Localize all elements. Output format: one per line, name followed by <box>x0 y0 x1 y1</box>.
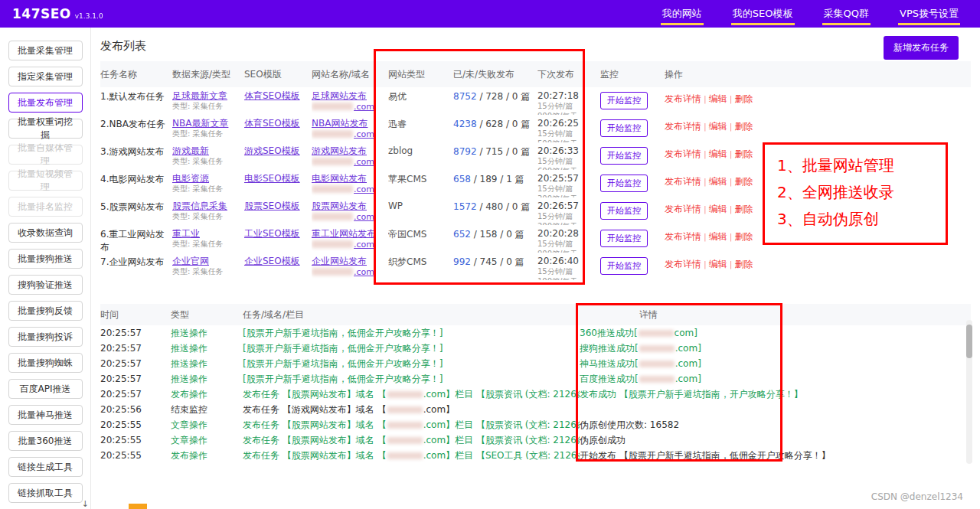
sidebar-item[interactable]: 批量搜狗蜘蛛 <box>8 353 83 373</box>
publish-detail-link[interactable]: 发布详情 <box>665 93 701 104</box>
start-monitor-button[interactable]: 开始监控 <box>600 257 648 275</box>
site-domain: .com <box>312 266 385 278</box>
delete-link[interactable]: 删除 <box>734 148 753 159</box>
domain-suffix: .com <box>354 212 374 222</box>
publish-detail-link[interactable]: 发布详情 <box>665 259 701 269</box>
top-nav-item[interactable]: 采集QQ群 <box>822 0 871 28</box>
pending-failed-counts: / 745 / 0 篇 <box>474 256 524 267</box>
sidebar-item[interactable]: 链接抓取工具 <box>8 483 83 503</box>
data-source-link[interactable]: 企业官网 <box>172 256 241 266</box>
seo-template-link[interactable]: 企业SEO模板 <box>244 256 309 266</box>
domain-suffix: .com <box>354 184 374 194</box>
domain-suffix: .com <box>354 240 374 250</box>
edit-link[interactable]: 编辑 <box>709 121 727 132</box>
next-publish-time: 20:26:33 <box>537 145 597 156</box>
start-monitor-button[interactable]: 开始监控 <box>600 92 648 109</box>
publish-table-row: 1.默认发布任务 足球最新文章 类型: 采集任务 体育SEO模板 足球网站发布 … <box>100 87 971 115</box>
edit-link[interactable]: 编辑 <box>709 176 727 187</box>
delete-link[interactable]: 删除 <box>734 259 753 269</box>
site-name-link[interactable]: 电影网站发布 <box>312 173 385 184</box>
edit-link[interactable]: 编辑 <box>709 204 727 214</box>
sidebar-item[interactable]: 批量排名监控 <box>8 197 83 217</box>
top-nav-item[interactable]: 我的SEO模板 <box>731 0 795 28</box>
delete-link[interactable]: 删除 <box>734 204 753 214</box>
start-monitor-button[interactable]: 开始监控 <box>600 119 648 137</box>
sidebar-item[interactable]: 批量360推送 <box>8 431 83 451</box>
sidebar-item[interactable]: 批量搜狗投诉 <box>8 327 83 347</box>
data-source-link[interactable]: NBA最新文章 <box>172 118 241 129</box>
top-nav-item[interactable]: VPS拨号设置 <box>898 0 960 28</box>
sidebar-item[interactable]: 批量采集管理 <box>8 41 83 60</box>
site-name-link[interactable]: 企业网站发布 <box>312 256 385 266</box>
sidebar-item[interactable]: 批量权重词挖掘 <box>8 119 83 139</box>
monitor-cell: 开始监控 <box>600 225 665 253</box>
data-source-link[interactable]: 重工业 <box>172 228 241 239</box>
edit-link[interactable]: 编辑 <box>709 148 727 159</box>
sidebar-item[interactable]: 批量搜狗反馈 <box>8 301 83 321</box>
seo-template-link[interactable]: 体育SEO模板 <box>244 118 309 129</box>
seo-template-link[interactable]: 体育SEO模板 <box>244 90 309 101</box>
edit-link[interactable]: 编辑 <box>709 231 727 242</box>
start-monitor-button[interactable]: 开始监控 <box>600 175 648 192</box>
log-time: 20:25:55 <box>100 435 171 445</box>
publish-detail-link[interactable]: 发布详情 <box>665 148 701 159</box>
data-source-link[interactable]: 股票信息采集 <box>172 201 241 211</box>
sidebar-item[interactable]: 批量搜狗推送 <box>8 249 83 269</box>
start-monitor-button[interactable]: 开始监控 <box>600 230 648 247</box>
seo-template-link[interactable]: 股票SEO模板 <box>244 201 309 211</box>
delete-link[interactable]: 删除 <box>734 176 753 187</box>
sidebar-item[interactable]: 批量自媒体管理 <box>8 145 83 165</box>
sidebar-item[interactable]: 百度API推送 <box>8 379 83 399</box>
log-detail-text: .com] <box>675 374 701 384</box>
sidebar-item[interactable]: 批量发布管理 <box>8 93 83 113</box>
blurred-domain <box>387 406 423 413</box>
bottom-orange-chip <box>129 504 147 509</box>
edit-link[interactable]: 编辑 <box>709 259 727 269</box>
log-time: 20:25:57 <box>100 328 171 338</box>
column-header-detail: 详情 <box>580 308 971 321</box>
seo-template-link[interactable]: 电影SEO模板 <box>244 173 309 184</box>
log-scrollbar[interactable] <box>966 320 972 464</box>
log-time: 20:25:57 <box>100 389 171 400</box>
site-name-link[interactable]: 足球网站发布 <box>312 90 385 101</box>
delete-link[interactable]: 删除 <box>734 93 753 104</box>
log-task-text: .com】栏目 【股票资讯 (文档: 2126条) 】 <box>423 435 580 445</box>
log-row: 20:25:57 推送操作 [股票开户新手避坑指南，低佣金开户攻略分享！] 百度… <box>100 371 971 387</box>
next-publish-cell: 20:27:18 15分钟/篇 900篇/每天 <box>537 87 600 115</box>
data-source-link[interactable]: 电影资源 <box>172 173 241 184</box>
seo-template-link[interactable]: 工业SEO模板 <box>244 228 309 239</box>
publish-detail-link[interactable]: 发布详情 <box>665 121 701 132</box>
next-publish-cell: 20:26:40 15分钟/篇 100篇/每天 <box>537 253 600 280</box>
sidebar-item[interactable]: 指定采集管理 <box>8 67 83 86</box>
start-monitor-button[interactable]: 开始监控 <box>600 202 648 220</box>
log-type: 结束监控 <box>171 403 243 416</box>
add-publish-task-button[interactable]: 新增发布任务 <box>884 36 959 60</box>
sidebar-item[interactable]: 批量短视频管理 <box>8 171 83 191</box>
edit-link[interactable]: 编辑 <box>709 93 727 104</box>
seo-template-link[interactable]: 游戏SEO模板 <box>244 145 309 156</box>
site-name-link[interactable]: 游戏网站发布 <box>312 145 385 156</box>
log-time: 20:25:55 <box>100 450 171 461</box>
sidebar-scroll-down-icon[interactable]: ↓ <box>82 499 89 509</box>
task-type-label: 类型: 采集任务 <box>172 267 241 276</box>
publish-detail-link[interactable]: 发布详情 <box>665 204 701 214</box>
site-name-link[interactable]: 股票网站发布 <box>312 201 385 211</box>
data-source-link[interactable]: 游戏最新 <box>172 145 241 156</box>
publish-detail-link[interactable]: 发布详情 <box>665 176 701 187</box>
next-publish-cell: 20:26:25 15分钟/篇 500篇/每天 <box>537 115 600 142</box>
delete-link[interactable]: 删除 <box>734 121 753 132</box>
sidebar-item[interactable]: 链接生成工具 <box>8 457 83 477</box>
top-nav-item[interactable]: 我的网站 <box>661 0 704 28</box>
next-publish-time: 20:26:57 <box>537 201 597 211</box>
data-source-link[interactable]: 足球最新文章 <box>172 90 241 101</box>
sidebar-item[interactable]: 收录数据查询 <box>8 223 83 243</box>
start-monitor-button[interactable]: 开始监控 <box>600 147 648 165</box>
log-scrollbar-thumb[interactable] <box>966 325 972 358</box>
publish-detail-link[interactable]: 发布详情 <box>665 231 701 242</box>
site-cell: 企业网站发布 .com <box>312 253 388 280</box>
site-name-link[interactable]: 重工业网站发布 <box>312 228 385 239</box>
sidebar-item[interactable]: 批量神马推送 <box>8 405 83 425</box>
delete-link[interactable]: 删除 <box>734 231 753 242</box>
site-name-link[interactable]: NBA网站发布 <box>312 118 385 129</box>
sidebar-item[interactable]: 搜狗验证推送 <box>8 275 83 295</box>
